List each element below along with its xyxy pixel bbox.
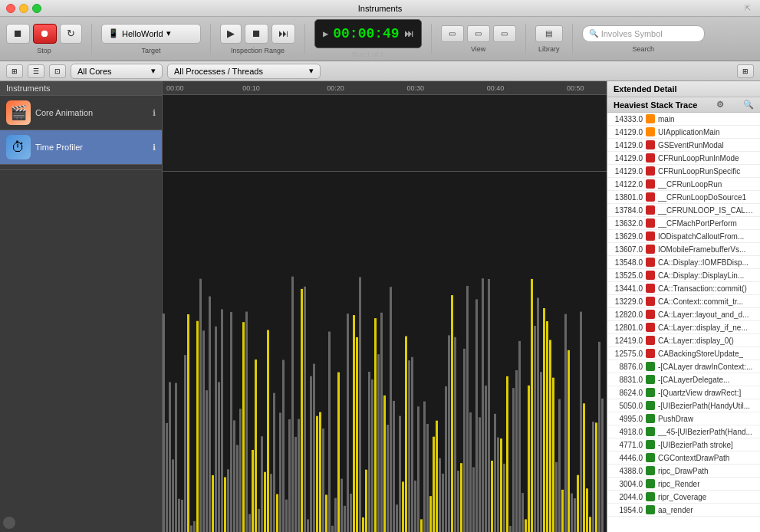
- search-label: Search: [632, 45, 654, 53]
- time-profiler-item[interactable]: ⏱ Time Profiler ℹ: [0, 130, 162, 165]
- threads-arrow-icon: ▾: [309, 66, 314, 76]
- stack-item[interactable]: 14129.0 UIApplicationMain: [607, 126, 760, 139]
- stack-icon: [646, 192, 655, 202]
- stack-count: 14129.0: [612, 167, 643, 176]
- stack-item[interactable]: 13632.0 __CFMachPortPerform: [607, 217, 760, 230]
- stack-item[interactable]: 13629.0 IODispatchCalloutFrom...: [607, 230, 760, 243]
- stack-item[interactable]: 13548.0 CA::Display::IOMFBDisp...: [607, 256, 760, 269]
- subtb-btn-3[interactable]: ⊡: [49, 64, 66, 78]
- stack-icon: [646, 479, 655, 488]
- gear-icon[interactable]: ⚙: [716, 100, 724, 110]
- cores-arrow-icon: ▾: [151, 66, 156, 76]
- stack-count: 14333.0: [612, 115, 643, 123]
- threads-dropdown[interactable]: All Processes / Threads ▾: [167, 64, 321, 79]
- stack-name: CGContextDrawPath: [658, 454, 729, 462]
- stack-item[interactable]: 12419.0 CA::Layer::display_0(): [607, 334, 760, 347]
- stack-icon: [646, 258, 655, 267]
- stack-name: -[CALayerDelegate...: [658, 376, 729, 384]
- stack-item[interactable]: 14129.0 CFRunLoopRunInMode: [607, 152, 760, 165]
- stack-icon: [646, 153, 655, 163]
- view-btn-2[interactable]: ▭: [467, 25, 490, 42]
- search-icon-small[interactable]: 🔍: [743, 100, 754, 110]
- stack-item[interactable]: 12820.0 CA::Layer::layout_and_d...: [607, 308, 760, 321]
- stack-count: 4918.0: [612, 428, 643, 436]
- refresh-button[interactable]: ↻: [60, 24, 82, 44]
- stop-button[interactable]: ⏹: [6, 24, 30, 44]
- stack-item[interactable]: 13525.0 CA::Display::DisplayLin...: [607, 269, 760, 282]
- stack-name: -[CALayer drawInContext:...: [658, 363, 752, 371]
- stack-item[interactable]: 13229.0 CA::Context::commit_tr...: [607, 295, 760, 308]
- target-label: Target: [141, 47, 160, 54]
- range-play-button[interactable]: ▶: [220, 24, 242, 44]
- subtb-btn-1[interactable]: ⊞: [6, 64, 23, 78]
- resize-icon[interactable]: ⇱: [745, 4, 754, 13]
- extended-detail-title: Extended Detail: [614, 84, 677, 94]
- stack-count: 13607.0: [612, 245, 643, 254]
- stack-item[interactable]: 13784.0 __CFRUNLOOP_IS_CALLI...: [607, 204, 760, 217]
- minimize-button[interactable]: [19, 4, 28, 13]
- view-btn-1[interactable]: ▭: [441, 25, 464, 42]
- subtb-grid-button[interactable]: ⊞: [737, 64, 754, 78]
- stack-item[interactable]: 12801.0 CA::Layer::display_if_ne...: [607, 321, 760, 334]
- stack-item[interactable]: 4918.0 __45-[UIBezierPath(Hand...: [607, 425, 760, 438]
- range-end-button[interactable]: ⏭: [271, 24, 295, 44]
- stack-count: 13229.0: [612, 297, 643, 306]
- stack-item[interactable]: 4771.0 -[UIBezierPath stroke]: [607, 438, 760, 452]
- dropdown-arrow-icon: ▾: [166, 28, 171, 38]
- stack-item[interactable]: 3004.0 ripc_Render: [607, 478, 760, 491]
- tick-0: 00:00: [166, 84, 184, 92]
- stack-item[interactable]: 13607.0 IOMobileFramebufferVs...: [607, 243, 760, 256]
- stack-item[interactable]: 8876.0 -[CALayer drawInContext:...: [607, 360, 760, 373]
- timer-play-icon: ▶: [323, 28, 328, 40]
- stack-name: CABackingStoreUpdate_: [658, 350, 743, 358]
- stack-icon: [646, 179, 655, 189]
- stack-count: 12419.0: [612, 337, 643, 345]
- range-stop-button[interactable]: ⏹: [245, 24, 268, 44]
- stack-item[interactable]: 2044.0 ripr_Coverage: [607, 491, 760, 504]
- stack-item[interactable]: 14129.0 GSEventRunModal: [607, 139, 760, 152]
- left-spacer: [0, 165, 162, 170]
- stack-count: 13632.0: [612, 219, 643, 228]
- separator-1: [91, 24, 92, 54]
- subtb-btn-2[interactable]: ☰: [28, 64, 44, 78]
- stack-item[interactable]: 13441.0 CA::Transaction::commit(): [607, 282, 760, 295]
- stack-item[interactable]: 5050.0 -[UIBezierPath(HandyUtil...: [607, 399, 760, 412]
- stack-count: 13629.0: [612, 232, 643, 241]
- instruments-header: Instruments: [0, 81, 162, 96]
- stack-item[interactable]: 8831.0 -[CALayerDelegate...: [607, 373, 760, 386]
- view-btn-3[interactable]: ▭: [493, 25, 516, 42]
- target-name: HelloWorld: [122, 29, 163, 38]
- stack-item[interactable]: 14333.0 main: [607, 113, 760, 126]
- run-label: Run 1 of 1: [352, 51, 384, 58]
- stack-item[interactable]: 12575.0 CABackingStoreUpdate_: [607, 347, 760, 360]
- stack-count: 8876.0: [612, 363, 643, 371]
- timeline-area: 00:00 00:10 00:20 00:30 00:40 00:50 60 F…: [163, 81, 607, 532]
- stack-count: 12801.0: [612, 323, 643, 332]
- stack-item[interactable]: 4446.0 CGContextDrawPath: [607, 452, 760, 465]
- stack-item[interactable]: 14129.0 CFRunLoopRunSpecific: [607, 165, 760, 178]
- search-bar[interactable]: 🔍 Involves Symbol: [582, 25, 705, 42]
- core-animation-item[interactable]: 🎬 Core Animation ℹ: [0, 96, 162, 130]
- stack-item[interactable]: 4995.0 PushDraw: [607, 412, 760, 425]
- close-button[interactable]: [6, 4, 15, 13]
- window-title: Instruments: [358, 4, 402, 13]
- stack-item[interactable]: 1954.0 aa_render: [607, 504, 760, 517]
- record-button[interactable]: ⏺: [33, 24, 57, 44]
- stack-item[interactable]: 14122.0 __CFRunLoopRun: [607, 178, 760, 191]
- stack-count: 8624.0: [612, 389, 643, 397]
- library-button[interactable]: ▤: [535, 25, 563, 42]
- left-panel: Instruments 🎬 Core Animation ℹ ⏱ Time Pr…: [0, 81, 163, 532]
- view-group: ▭ ▭ ▭ View: [441, 25, 516, 53]
- target-dropdown[interactable]: 📱 HelloWorld ▾: [101, 24, 201, 44]
- stack-count: 12820.0: [612, 310, 643, 319]
- stack-icon: [646, 284, 655, 293]
- maximize-button[interactable]: [32, 4, 41, 13]
- stack-item[interactable]: 13801.0 __CFRunLoopDoSource1: [607, 191, 760, 204]
- stack-name: IODispatchCalloutFrom...: [658, 232, 744, 241]
- stack-item[interactable]: 4388.0 ripc_DrawPath: [607, 465, 760, 478]
- cores-dropdown[interactable]: All Cores ▾: [71, 64, 163, 79]
- stack-item[interactable]: 8624.0 -[QuartzView drawRect:]: [607, 386, 760, 399]
- inspection-range-label: Inspection Range: [231, 47, 285, 54]
- scroll-handle[interactable]: [3, 517, 15, 529]
- library-group: ▤ Library: [535, 25, 563, 53]
